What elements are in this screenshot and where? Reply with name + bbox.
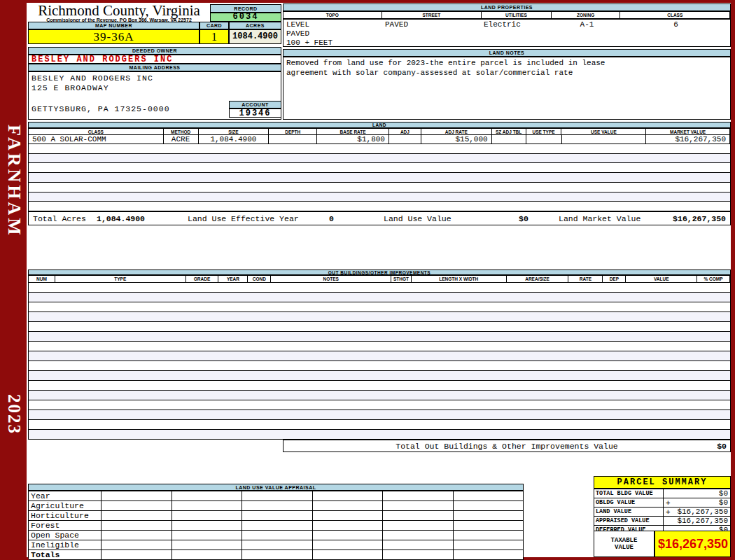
land-use-cell <box>172 491 243 501</box>
parcel-summary-row-amount: $16,267,350 <box>677 507 728 516</box>
land-use-row-totals: Totals <box>29 550 524 560</box>
zoning-value: A-1 <box>552 20 622 29</box>
land-use-cell <box>383 521 454 531</box>
land-use-cell <box>242 511 313 521</box>
taxable-label-line2: VALUE <box>594 544 654 551</box>
land-table-cell-4: $1,800 <box>317 135 389 144</box>
land-properties-header-col-2: UTILITIES <box>482 12 552 18</box>
map-number-label: MAP NUMBER <box>28 22 200 29</box>
land-use-row-agriculture: Agriculture <box>29 501 524 511</box>
property-record-card: { "sidebar": { "district": "FARNHAM", "y… <box>0 0 735 560</box>
land-table-header-col-10: MARKET VALUE <box>646 129 730 134</box>
out-buildings-header-col-12: % COMP <box>697 276 730 282</box>
parcel-summary-row-value: $0 <box>664 489 731 498</box>
land-use-row-label: Forest <box>29 521 102 531</box>
land-use-cell <box>172 521 243 531</box>
empty-row <box>29 154 730 164</box>
land-table-cell-0: 500 A SOLAR-COMM <box>29 135 164 144</box>
land-use-cell <box>172 501 243 511</box>
land-table-cell-7 <box>492 135 526 144</box>
land-use-cell <box>313 511 384 521</box>
land-table-header-col-8: USE TYPE <box>526 129 562 134</box>
topo-value-3: 100 + FEET <box>286 38 332 47</box>
mailing-line-1: BESLEY AND RODGERS INC <box>31 74 153 83</box>
land-totals-row: Total Acres 1,084.4900 Land Use Effectiv… <box>28 211 731 225</box>
land-notes-line-1: Removed from land use for 2023-the entir… <box>286 59 605 67</box>
land-table-cell-6: $15,000 <box>421 135 492 144</box>
land-use-cell <box>102 540 172 550</box>
class-value: 6 <box>622 20 730 29</box>
land-properties-values: LEVEL PAVED 100 + FEET PAVED Electric A-… <box>283 19 731 47</box>
empty-row <box>29 322 730 332</box>
land-use-value-value: $0 <box>519 214 528 223</box>
empty-row <box>29 430 730 440</box>
empty-row <box>29 183 730 192</box>
total-acres-label: Total Acres <box>33 214 86 223</box>
parcel-summary-row-label: TOTAL BLDG VALUE <box>594 489 664 498</box>
land-table-header-col-2: SIZE <box>199 129 270 134</box>
land-table-header-col-1: METHOD <box>164 129 199 134</box>
land-use-row-horticulture: Horticulture <box>29 511 524 521</box>
empty-row <box>29 400 730 410</box>
land-use-cell <box>172 531 243 540</box>
parcel-summary-row-3: APPRAISED VALUE$16,267,350 <box>594 517 731 526</box>
empty-row <box>29 312 730 322</box>
land-use-cell <box>313 491 384 501</box>
out-buildings-header-row: NUMTYPEGRADEYEARCONDNOTESSTHGTLENGTH X W… <box>28 275 731 283</box>
land-use-cell <box>454 540 524 550</box>
out-buildings-total-label: Total Out Buildings & Other Improvements… <box>284 442 730 451</box>
acres-label: ACRES <box>229 22 281 29</box>
empty-row <box>29 293 730 302</box>
land-use-cell <box>102 531 172 540</box>
parcel-summary-row-amount: $0 <box>719 489 728 498</box>
empty-row <box>29 410 730 420</box>
empty-row <box>29 371 730 381</box>
land-use-cell <box>454 511 524 521</box>
mailing-line-2: 125 E BROADWAY <box>31 83 109 92</box>
land-market-value-value: $16,267,350 <box>673 214 726 223</box>
land-notes-box: Removed from land use for 2023-the entir… <box>283 57 731 120</box>
out-buildings-title: OUT BUILDINGS/OTHER IMPROVEMENTS <box>28 270 731 275</box>
out-buildings-header-col-7: LENGTH X WIDTH <box>412 276 507 282</box>
empty-row <box>29 420 730 430</box>
parcel-summary-row-label: OBLDG VALUE <box>594 498 664 507</box>
land-table-cell-1: ACRE <box>164 135 199 144</box>
land-use-cell <box>383 550 454 560</box>
mailing-address-label: MAILING ADDRESS <box>28 64 281 71</box>
land-use-cell <box>383 511 454 521</box>
parcel-summary-row-1: OBLDG VALUE+$0 <box>594 498 731 507</box>
land-use-appraisal-title: LAND USE VALUE APPRAISAL <box>28 484 524 491</box>
land-table-header-col-6: ADJ RATE <box>421 129 492 134</box>
land-use-row-label: Year <box>29 491 102 501</box>
land-table-cell-2: 1,084.4900 <box>199 135 270 144</box>
parcel-summary-row-value: +$16,267,350 <box>664 507 731 517</box>
land-use-row-label: Open Space <box>29 531 102 540</box>
out-buildings-total-value: $0 <box>717 442 727 451</box>
land-properties-header-row: TOPOSTREETUTILITIESZONINGCLASS <box>283 11 731 19</box>
land-use-appraisal-table: YearAgricultureHorticultureForestOpen Sp… <box>28 491 524 559</box>
land-use-cell <box>454 501 524 511</box>
land-use-row-open-space: Open Space <box>29 531 524 540</box>
land-table-header-col-9: USE VALUE <box>561 129 646 134</box>
empty-row <box>29 173 730 183</box>
land-use-row-label: Horticulture <box>29 511 102 521</box>
land-properties-header-col-4: CLASS <box>620 12 730 18</box>
land-table-header-col-5: ADJ <box>389 129 421 134</box>
effective-year-label: Land Use Effective Year <box>188 214 299 223</box>
land-use-cell <box>383 540 454 550</box>
land-use-cell <box>102 511 172 521</box>
empty-row <box>29 332 730 342</box>
land-use-row-year: Year <box>29 491 524 501</box>
land-properties-header-col-0: TOPO <box>284 12 382 18</box>
land-use-row-ineligible: Ineligible <box>29 540 524 550</box>
out-buildings-empty-rows <box>28 283 731 440</box>
land-use-cell <box>313 521 384 531</box>
out-buildings-header-col-8: AREA/SIZE <box>507 276 569 282</box>
street-value: PAVED <box>385 20 408 29</box>
out-buildings-header-col-0: NUM <box>29 276 55 282</box>
account-value: 19346 <box>229 108 281 118</box>
land-use-cell <box>313 550 384 560</box>
out-buildings-header-col-11: VALUE <box>626 276 697 282</box>
land-use-cell <box>172 540 243 550</box>
land-use-cell <box>313 531 384 540</box>
